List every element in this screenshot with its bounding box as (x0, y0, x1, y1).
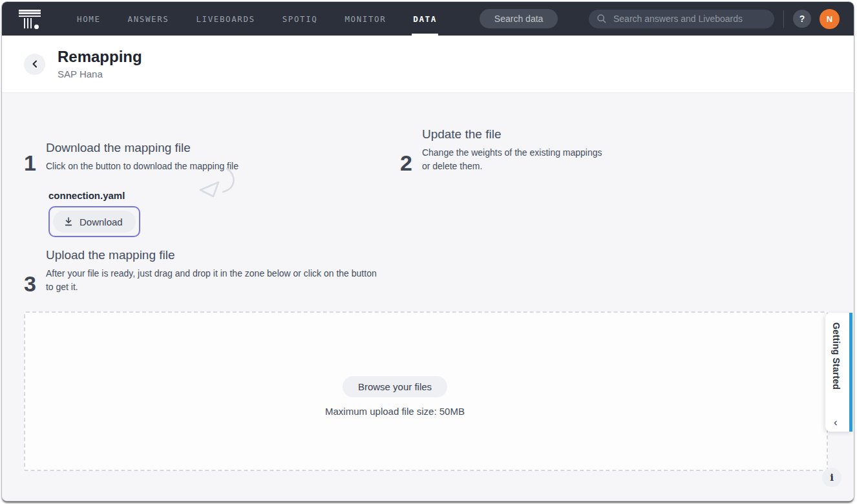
steps-row: 1 Download the mapping file Click on the… (24, 127, 854, 173)
getting-started-tab[interactable]: Getting Started ‹ (825, 313, 852, 432)
nav-item-answers[interactable]: ANSWERS (127, 2, 171, 36)
page-title: Remapping (58, 48, 142, 65)
main-content: 1 Download the mapping file Click on the… (2, 93, 854, 501)
download-button-label: Download (79, 216, 123, 227)
app-window: HOME ANSWERS LIVEBOARDS SPOTIQ MONITOR D… (1, 1, 854, 501)
step-2-number: 2 (400, 153, 412, 173)
logo-dot (34, 25, 39, 29)
step-2-text: Update the file Change the weights of th… (422, 127, 611, 173)
top-nav: HOME ANSWERS LIVEBOARDS SPOTIQ MONITOR D… (2, 2, 854, 36)
nav-item-home[interactable]: HOME (76, 2, 102, 36)
download-area: connection.yaml Download (48, 190, 854, 237)
search-icon (597, 14, 607, 24)
step-2: 2 Update the file Change the weights of … (400, 127, 611, 173)
step-3-description: After your file is ready, just drag and … (46, 267, 377, 293)
search-data-button[interactable]: Search data (480, 9, 558, 28)
page-header: Remapping SAP Hana (2, 36, 854, 93)
download-icon (63, 216, 74, 227)
step-1-title: Download the mapping file (46, 141, 238, 155)
step-3-text: Upload the mapping file After your file … (46, 248, 377, 293)
back-button[interactable] (24, 54, 45, 75)
download-highlight-outline: Download (48, 206, 140, 237)
user-avatar[interactable]: N (820, 9, 840, 29)
page-subtitle: SAP Hana (58, 68, 142, 79)
nav-right-cluster: ? N (589, 9, 840, 29)
nav-divider (783, 10, 784, 28)
step-3: 3 Upload the mapping file After your fil… (24, 248, 854, 293)
getting-started-label: Getting Started (831, 322, 841, 390)
step-2-title: Update the file (422, 127, 611, 142)
nav-item-monitor[interactable]: MONITOR (343, 2, 387, 36)
global-search-input[interactable] (612, 13, 768, 25)
nav-item-spotiq[interactable]: SPOTIQ (281, 2, 319, 36)
max-upload-size-text: Maximum upload file size: 50MB (325, 406, 465, 417)
collapse-chevron-icon[interactable]: ‹ (834, 417, 838, 428)
step-1: 1 Download the mapping file Click on the… (24, 141, 400, 173)
step-3-number: 3 (24, 274, 36, 294)
step-2-description: Change the weights of the existing mappi… (422, 146, 611, 173)
step-1-description: Click on the button to download the mapp… (46, 160, 238, 173)
file-dropzone[interactable]: Browse your files Maximum upload file si… (24, 311, 828, 471)
global-search-box[interactable] (589, 10, 774, 28)
mapping-file-name: connection.yaml (48, 190, 854, 201)
step-1-text: Download the mapping file Click on the b… (46, 141, 238, 173)
step-3-title: Upload the mapping file (46, 248, 377, 262)
thoughtspot-logo-icon[interactable] (19, 9, 42, 29)
browse-files-button[interactable]: Browse your files (343, 376, 447, 397)
nav-item-data[interactable]: DATA (412, 2, 438, 36)
nav-item-liveboards[interactable]: LIVEBOARDS (195, 2, 256, 36)
header-titles: Remapping SAP Hana (58, 48, 142, 79)
logo-top-bar (19, 10, 41, 17)
nav-menu: HOME ANSWERS LIVEBOARDS SPOTIQ MONITOR D… (76, 2, 463, 36)
dropzone-content: Browse your files Maximum upload file si… (325, 376, 465, 417)
chevron-left-icon (30, 59, 39, 68)
logo-stem (24, 18, 32, 28)
download-button[interactable]: Download (53, 211, 136, 233)
info-button[interactable]: i (822, 468, 841, 487)
help-button[interactable]: ? (793, 10, 811, 28)
getting-started-accent-bar (849, 313, 852, 432)
step-1-number: 1 (24, 153, 36, 173)
